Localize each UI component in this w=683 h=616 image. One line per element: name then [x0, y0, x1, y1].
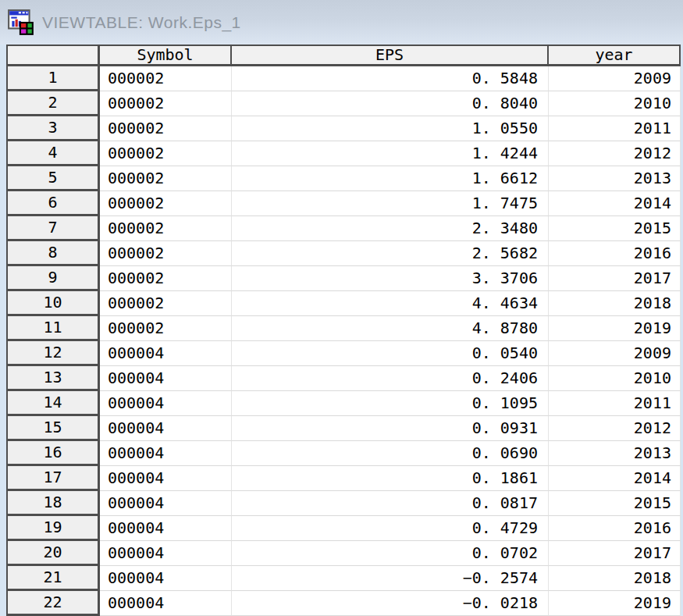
- row-number-cell[interactable]: 6: [6, 191, 100, 216]
- year-cell[interactable]: 2018: [549, 566, 681, 591]
- year-cell[interactable]: 2019: [549, 591, 681, 616]
- eps-cell[interactable]: 1. 4244: [232, 141, 549, 166]
- eps-cell[interactable]: 0. 0817: [232, 491, 549, 516]
- row-number-cell[interactable]: 21: [6, 566, 100, 591]
- year-cell[interactable]: 2011: [549, 391, 681, 416]
- year-cell[interactable]: 2011: [549, 116, 681, 141]
- year-cell[interactable]: 2009: [549, 341, 681, 366]
- year-cell[interactable]: 2016: [549, 241, 681, 266]
- year-cell[interactable]: 2012: [549, 141, 681, 166]
- row-number-cell[interactable]: 7: [6, 216, 100, 241]
- symbol-cell[interactable]: 000002: [100, 291, 232, 316]
- symbol-cell[interactable]: 000002: [100, 116, 232, 141]
- column-header-symbol[interactable]: Symbol: [100, 46, 232, 64]
- eps-cell[interactable]: 2. 5682: [232, 241, 549, 266]
- eps-cell[interactable]: 0. 4729: [232, 516, 549, 541]
- year-cell[interactable]: 2013: [549, 166, 681, 191]
- row-number-cell[interactable]: 20: [6, 541, 100, 566]
- eps-cell[interactable]: 1. 7475: [232, 191, 549, 216]
- row-number-cell[interactable]: 4: [6, 141, 100, 166]
- eps-cell[interactable]: 0. 5848: [232, 66, 549, 91]
- symbol-cell[interactable]: 000002: [100, 216, 232, 241]
- symbol-cell[interactable]: 000004: [100, 441, 232, 466]
- symbol-cell[interactable]: 000002: [100, 241, 232, 266]
- row-number-cell[interactable]: 3: [6, 116, 100, 141]
- column-header-rownum[interactable]: [6, 46, 100, 64]
- year-cell[interactable]: 2018: [549, 291, 681, 316]
- eps-cell[interactable]: 1. 0550: [232, 116, 549, 141]
- table-row: 11 000002 4. 8780 2019: [6, 316, 681, 341]
- year-cell[interactable]: 2010: [549, 366, 681, 391]
- row-number-cell[interactable]: 18: [6, 491, 100, 516]
- row-number-cell[interactable]: 15: [6, 416, 100, 441]
- symbol-cell[interactable]: 000002: [100, 91, 232, 116]
- year-cell[interactable]: 2017: [549, 266, 681, 291]
- symbol-cell[interactable]: 000002: [100, 166, 232, 191]
- symbol-cell[interactable]: 000004: [100, 541, 232, 566]
- symbol-cell[interactable]: 000002: [100, 266, 232, 291]
- year-cell[interactable]: 2016: [549, 516, 681, 541]
- eps-cell[interactable]: 0. 0931: [232, 416, 549, 441]
- eps-cell[interactable]: −0. 0218: [232, 591, 549, 616]
- year-cell[interactable]: 2010: [549, 91, 681, 116]
- column-header-eps[interactable]: EPS: [232, 46, 549, 64]
- year-cell[interactable]: 2014: [549, 191, 681, 216]
- eps-cell[interactable]: 0. 1095: [232, 391, 549, 416]
- row-number-cell[interactable]: 14: [6, 391, 100, 416]
- row-number-cell[interactable]: 1: [6, 66, 100, 91]
- eps-cell[interactable]: 0. 0690: [232, 441, 549, 466]
- eps-cell[interactable]: 0. 8040: [232, 91, 549, 116]
- eps-cell[interactable]: 1. 6612: [232, 166, 549, 191]
- year-cell[interactable]: 2014: [549, 466, 681, 491]
- eps-cell[interactable]: 0. 0702: [232, 541, 549, 566]
- symbol-cell[interactable]: 000004: [100, 566, 232, 591]
- eps-cell[interactable]: 4. 8780: [232, 316, 549, 341]
- row-number-cell[interactable]: 19: [6, 516, 100, 541]
- eps-cell[interactable]: 4. 4634: [232, 291, 549, 316]
- symbol-cell[interactable]: 000002: [100, 66, 232, 91]
- window-titlebar[interactable]: VIEWTABLE: Work.Eps_1: [0, 0, 683, 45]
- row-number-cell[interactable]: 11: [6, 316, 100, 341]
- row-number-cell[interactable]: 17: [6, 466, 100, 491]
- symbol-cell[interactable]: 000004: [100, 366, 232, 391]
- eps-cell[interactable]: 0. 0540: [232, 341, 549, 366]
- symbol-cell[interactable]: 000002: [100, 191, 232, 216]
- eps-cell[interactable]: −0. 2574: [232, 566, 549, 591]
- row-number-cell[interactable]: 10: [6, 291, 100, 316]
- row-number-cell[interactable]: 22: [6, 591, 100, 616]
- symbol-cell[interactable]: 000002: [100, 316, 232, 341]
- row-number-cell[interactable]: 8: [6, 241, 100, 266]
- symbol-cell[interactable]: 000004: [100, 341, 232, 366]
- row-number-cell[interactable]: 9: [6, 266, 100, 291]
- year-cell[interactable]: 2017: [549, 541, 681, 566]
- row-number-cell[interactable]: 5: [6, 166, 100, 191]
- symbol-cell[interactable]: 000004: [100, 591, 232, 616]
- year-cell[interactable]: 2015: [549, 491, 681, 516]
- row-number-cell[interactable]: 2: [6, 91, 100, 116]
- row-number-cell[interactable]: 12: [6, 341, 100, 366]
- symbol-cell[interactable]: 000004: [100, 466, 232, 491]
- row-number-cell[interactable]: 16: [6, 441, 100, 466]
- year-cell[interactable]: 2015: [549, 216, 681, 241]
- row-number-cell[interactable]: 13: [6, 366, 100, 391]
- year-cell[interactable]: 2019: [549, 316, 681, 341]
- symbol-cell[interactable]: 000004: [100, 491, 232, 516]
- year-cell[interactable]: 2012: [549, 416, 681, 441]
- table-row: 1 000002 0. 5848 2009: [6, 66, 681, 91]
- table-row: 15 000004 0. 0931 2012: [6, 416, 681, 441]
- year-cell[interactable]: 2013: [549, 441, 681, 466]
- symbol-cell[interactable]: 000002: [100, 141, 232, 166]
- table-row: 19 000004 0. 4729 2016: [6, 516, 681, 541]
- column-header-year[interactable]: year: [549, 46, 681, 64]
- symbol-cell[interactable]: 000004: [100, 516, 232, 541]
- year-cell[interactable]: 2009: [549, 66, 681, 91]
- eps-cell[interactable]: 2. 3480: [232, 216, 549, 241]
- eps-cell[interactable]: 0. 2406: [232, 366, 549, 391]
- table-row: 17 000004 0. 1861 2014: [6, 466, 681, 491]
- eps-cell[interactable]: 0. 1861: [232, 466, 549, 491]
- symbol-cell[interactable]: 000004: [100, 391, 232, 416]
- table-row: 22 000004 −0. 0218 2019: [6, 591, 681, 616]
- eps-cell[interactable]: 3. 3706: [232, 266, 549, 291]
- symbol-cell[interactable]: 000004: [100, 416, 232, 441]
- table-row: 21 000004 −0. 2574 2018: [6, 566, 681, 591]
